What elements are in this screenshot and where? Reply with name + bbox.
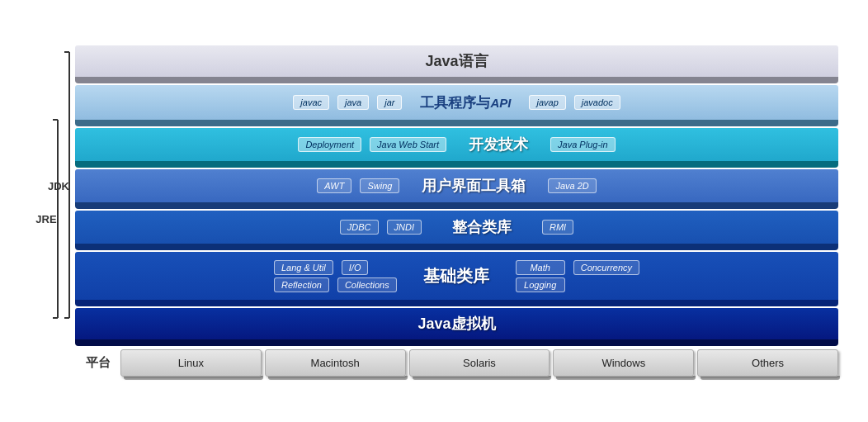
base-box-reflection: Reflection bbox=[274, 277, 329, 292]
layer-integration: JDBC JNDI 整合类库 RMI bbox=[75, 211, 838, 250]
deploy-box-plugin: Java Plug-in bbox=[550, 137, 616, 152]
ui-title: 用户界面工具箱 bbox=[422, 176, 526, 196]
jdk-label: JDK bbox=[48, 180, 70, 192]
platform-label: 平台 bbox=[75, 349, 120, 377]
base-box-logging: Logging bbox=[516, 277, 565, 292]
platform-windows: Windows bbox=[553, 349, 694, 377]
layer-jvm: Java虚拟机 bbox=[75, 308, 838, 346]
int-box-rmi: RMI bbox=[542, 220, 573, 235]
tools-box-javac: javac bbox=[293, 95, 329, 110]
base-left-boxes: Lang & Util I/O Reflection Collections bbox=[271, 260, 399, 292]
ui-box-swing: Swing bbox=[360, 178, 399, 193]
int-box-jndi: JNDI bbox=[387, 220, 422, 235]
tools-box-javadoc: javadoc bbox=[574, 95, 620, 110]
layer-deploy: Deployment Java Web Start 开发技术 Java Plug… bbox=[75, 128, 838, 168]
base-box-concurrency: Concurrency bbox=[573, 260, 639, 275]
layer-ui: AWT Swing 用户界面工具箱 Java 2D bbox=[75, 169, 838, 209]
int-title: 整合类库 bbox=[452, 217, 512, 237]
platform-solaris: Solaris bbox=[409, 349, 550, 377]
base-title: 基础类库 bbox=[423, 265, 489, 287]
jre-label: JRE bbox=[35, 213, 57, 225]
platform-macintosh: Macintosh bbox=[265, 349, 406, 377]
jvm-title: Java虚拟机 bbox=[417, 314, 495, 334]
deploy-title: 开发技术 bbox=[469, 135, 528, 154]
tools-box-java: java bbox=[337, 95, 369, 110]
stack-column: Java语言 javac java jar 工具程序与API javap jav… bbox=[75, 45, 838, 377]
ui-box-awt: AWT bbox=[317, 178, 351, 193]
platform-items: Linux Macintosh Solaris Windows Others bbox=[120, 349, 838, 377]
bracket-svg: JDK JRE bbox=[30, 45, 75, 372]
base-box-collections: Collections bbox=[337, 277, 397, 292]
layer-base: Lang & Util I/O Reflection Collections 基… bbox=[75, 252, 838, 306]
java-lang-title: Java语言 bbox=[425, 51, 488, 71]
platform-section: 平台 Linux Macintosh Solaris Windows Other… bbox=[75, 349, 838, 377]
bracket-column: JDK JRE bbox=[30, 45, 75, 377]
base-box-io: I/O bbox=[342, 260, 369, 275]
base-box-lang: Lang & Util bbox=[274, 260, 333, 275]
diagram-container: JDK JRE Java语言 javac java jar 工具程序与API bbox=[30, 45, 838, 377]
base-box-math: Math bbox=[516, 260, 565, 275]
tools-title: 工具程序与API bbox=[420, 93, 511, 112]
ui-box-2d: Java 2D bbox=[548, 178, 596, 193]
tools-box-javap: javap bbox=[529, 95, 565, 110]
base-right-boxes: Math Concurrency Logging bbox=[513, 260, 642, 292]
layer-tools: javac java jar 工具程序与API javap javadoc bbox=[75, 85, 838, 126]
deploy-box-jws: Java Web Start bbox=[370, 137, 446, 152]
tools-box-jar: jar bbox=[377, 95, 402, 110]
platform-others: Others bbox=[697, 349, 838, 377]
int-box-jdbc: JDBC bbox=[340, 220, 379, 235]
platform-linux: Linux bbox=[120, 349, 262, 377]
layer-java-lang: Java语言 bbox=[75, 45, 838, 83]
deploy-box-deployment: Deployment bbox=[298, 137, 361, 152]
